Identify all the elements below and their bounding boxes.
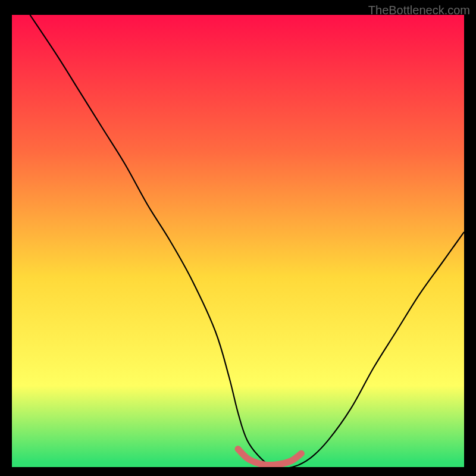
chart-container: TheBottleneck.com bbox=[0, 0, 476, 476]
chart-svg bbox=[0, 0, 476, 476]
watermark-text: TheBottleneck.com bbox=[368, 4, 470, 17]
frame-left bbox=[0, 0, 12, 476]
frame-right bbox=[464, 0, 476, 476]
gradient-background bbox=[12, 15, 464, 467]
frame-bottom bbox=[0, 467, 476, 476]
